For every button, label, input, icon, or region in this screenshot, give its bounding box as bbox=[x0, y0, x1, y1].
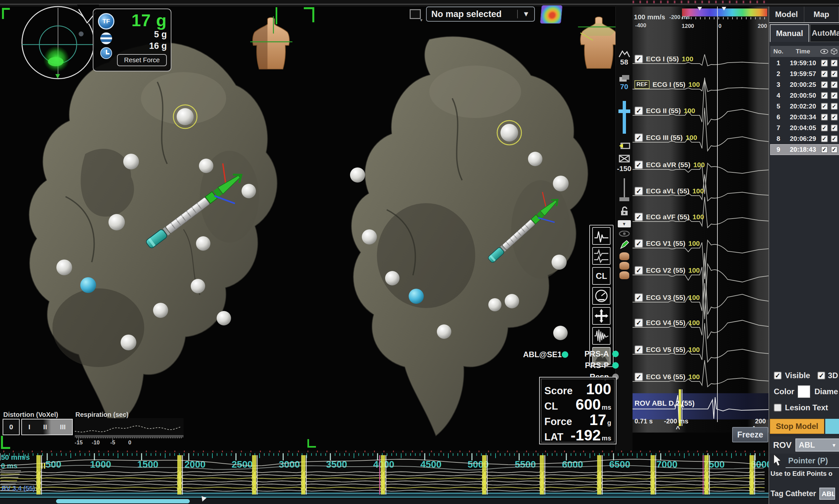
channel-checkbox[interactable]: ✓ bbox=[635, 161, 643, 169]
stop-model-button[interactable]: Stop Model bbox=[770, 419, 824, 434]
channel-checkbox[interactable]: ✓ bbox=[635, 293, 643, 302]
rov-catheter-dropdown[interactable]: ABL▼ bbox=[796, 438, 839, 452]
gauge-tool-icon[interactable] bbox=[592, 287, 611, 305]
point-row[interactable]: 219:59:57✓✓ bbox=[770, 69, 839, 79]
tab-manual[interactable]: Manual bbox=[770, 24, 809, 42]
point-no: 8 bbox=[770, 135, 787, 143]
channel-checkbox[interactable]: ✓ bbox=[635, 345, 643, 354]
lesion-text-checkbox[interactable]: ✓ bbox=[774, 404, 782, 412]
point-3d-checkbox[interactable]: ✓ bbox=[831, 135, 838, 142]
point-row[interactable]: 820:06:29✓✓ bbox=[770, 133, 839, 144]
svg-text:-15: -15 bbox=[75, 439, 83, 445]
point-time: 20:06:29 bbox=[787, 135, 819, 143]
annotation-caliper-line[interactable] bbox=[717, 6, 718, 422]
point-row[interactable]: 520:02:20✓✓ bbox=[770, 101, 839, 112]
tag-icon[interactable] bbox=[619, 142, 630, 149]
timeline-scroll-bar[interactable] bbox=[56, 499, 190, 503]
tab-automark[interactable]: AutoMark bbox=[810, 24, 839, 42]
torso-preset-icon[interactable] bbox=[620, 252, 629, 260]
point-visible-checkbox[interactable]: ✓ bbox=[821, 125, 828, 131]
point-row[interactable]: 420:00:50✓✓ bbox=[770, 90, 839, 101]
point-row[interactable]: 320:00:25✓✓ bbox=[770, 79, 839, 90]
signal-burst-tool-icon[interactable] bbox=[592, 327, 611, 345]
dual-trace-tool-icon[interactable] bbox=[592, 247, 611, 265]
point-3d-checkbox[interactable]: ✓ bbox=[831, 125, 838, 131]
channel-checkbox[interactable]: ✓ bbox=[635, 187, 643, 195]
point-3d-checkbox[interactable]: ✓ bbox=[831, 81, 838, 88]
zoom-level-icon[interactable] bbox=[619, 49, 630, 58]
pointer-tool-label[interactable]: Pointer (P) bbox=[788, 456, 828, 465]
abl-catheter-label: ABL@SE1 bbox=[523, 350, 562, 359]
map-select-dropdown[interactable]: No map selected ▼ bbox=[426, 6, 535, 22]
channel-gain: 100 bbox=[688, 346, 700, 354]
point-row[interactable]: 620:03:34✓✓ bbox=[770, 112, 839, 123]
depth-slider-handle[interactable] bbox=[620, 197, 629, 201]
3d-checkbox[interactable]: ✓ bbox=[817, 372, 825, 379]
tag-catheter-dropdown[interactable]: ABL bbox=[819, 488, 835, 500]
force-settings-icon[interactable] bbox=[100, 33, 112, 44]
clip-plane-icon[interactable] bbox=[619, 154, 630, 163]
cycle-length-tool[interactable]: CL bbox=[592, 267, 611, 285]
point-3d-checkbox[interactable]: ✓ bbox=[831, 114, 838, 121]
axis-caret[interactable]: ^ bbox=[676, 425, 680, 433]
point-row[interactable]: 720:04:05✓✓ bbox=[770, 123, 839, 133]
channel-label: ECG V2 (55) bbox=[646, 266, 685, 274]
tab-map[interactable]: Map bbox=[804, 6, 839, 22]
torso-preset-icon[interactable] bbox=[620, 262, 629, 270]
reset-force-button[interactable]: Reset Force bbox=[117, 54, 167, 66]
point-3d-checkbox[interactable]: ✓ bbox=[831, 146, 838, 153]
point-visible-checkbox[interactable]: ✓ bbox=[821, 103, 828, 110]
pan-slider[interactable] bbox=[619, 101, 630, 134]
tf-button[interactable]: TF bbox=[98, 13, 114, 30]
point-row[interactable]: 920:18:43✓✓ bbox=[770, 144, 839, 155]
channel-checkbox[interactable]: ✓ bbox=[635, 213, 643, 221]
eye-icon[interactable] bbox=[619, 231, 630, 237]
ecg-tool-icon[interactable] bbox=[592, 227, 611, 245]
point-visible-checkbox[interactable]: ✓ bbox=[821, 70, 828, 77]
tab-model[interactable]: Model bbox=[769, 6, 804, 22]
point-visible-checkbox[interactable]: ✓ bbox=[821, 146, 828, 153]
point-visible-checkbox[interactable]: ✓ bbox=[821, 114, 828, 121]
force-timer-icon[interactable] bbox=[100, 47, 112, 59]
point-visible-checkbox[interactable]: ✓ bbox=[821, 60, 828, 67]
ref-tag[interactable]: REF bbox=[635, 80, 649, 89]
channel-checkbox[interactable]: ✓ bbox=[635, 107, 643, 115]
layers-icon[interactable] bbox=[619, 74, 630, 82]
channel-checkbox[interactable]: ✓ bbox=[635, 133, 643, 142]
point-no: 1 bbox=[770, 59, 787, 67]
channel-checkbox[interactable]: ✓ bbox=[635, 239, 643, 248]
color-swatch[interactable] bbox=[798, 385, 810, 398]
point-3d-checkbox[interactable]: ✓ bbox=[831, 70, 838, 77]
point-visible-checkbox[interactable]: ✓ bbox=[821, 135, 828, 142]
visible-checkbox[interactable]: ✓ bbox=[774, 372, 782, 379]
move-tool-icon[interactable] bbox=[592, 307, 611, 325]
point-visible-checkbox[interactable]: ✓ bbox=[821, 81, 828, 88]
point-time: 20:00:50 bbox=[787, 92, 819, 99]
chevron-down-icon: ▼ bbox=[517, 10, 530, 18]
freeze-button[interactable]: Freeze bbox=[732, 427, 768, 443]
model-aux-button[interactable] bbox=[825, 419, 839, 434]
ecg-channel-row: ✓ECG V2 (55)100 bbox=[635, 266, 700, 275]
channel-checkbox[interactable]: ✓ bbox=[635, 373, 643, 381]
edit-pencil-icon[interactable] bbox=[620, 240, 629, 250]
patient-orientation-torso-left[interactable] bbox=[243, 16, 299, 72]
point-3d-checkbox[interactable]: ✓ bbox=[831, 103, 838, 110]
channel-checkbox[interactable]: ✓ bbox=[635, 55, 643, 63]
channel-checkbox[interactable]: ✓ bbox=[635, 319, 643, 327]
point-3d-checkbox[interactable]: ✓ bbox=[831, 60, 838, 67]
torso-preset-icon[interactable] bbox=[620, 271, 629, 279]
strip-dropdown-button[interactable]: ▼ bbox=[618, 220, 631, 228]
channel-label: ECG I (55) bbox=[653, 80, 685, 89]
point-row[interactable]: 119:59:10✓✓ bbox=[770, 58, 839, 69]
rov-channel-label[interactable]: ROV ABL D,2 (55) bbox=[635, 399, 695, 408]
left-heart-mesh[interactable] bbox=[29, 42, 277, 425]
ecg-channel-row: ✓ECG V1 (55)100 bbox=[635, 238, 700, 248]
ablation-stats-box: Score100 CL600ms Force17g LAT-192ms bbox=[539, 377, 617, 444]
layer-opacity-value: 70 bbox=[620, 83, 628, 90]
depth-slider[interactable] bbox=[624, 178, 625, 197]
ecg-review-strip[interactable]: 5001000150020002500300035004000450050005… bbox=[0, 451, 769, 499]
point-visible-checkbox[interactable]: ✓ bbox=[821, 92, 828, 99]
point-3d-checkbox[interactable]: ✓ bbox=[831, 92, 838, 99]
unlock-icon[interactable] bbox=[620, 206, 629, 216]
channel-checkbox[interactable]: ✓ bbox=[635, 266, 643, 275]
